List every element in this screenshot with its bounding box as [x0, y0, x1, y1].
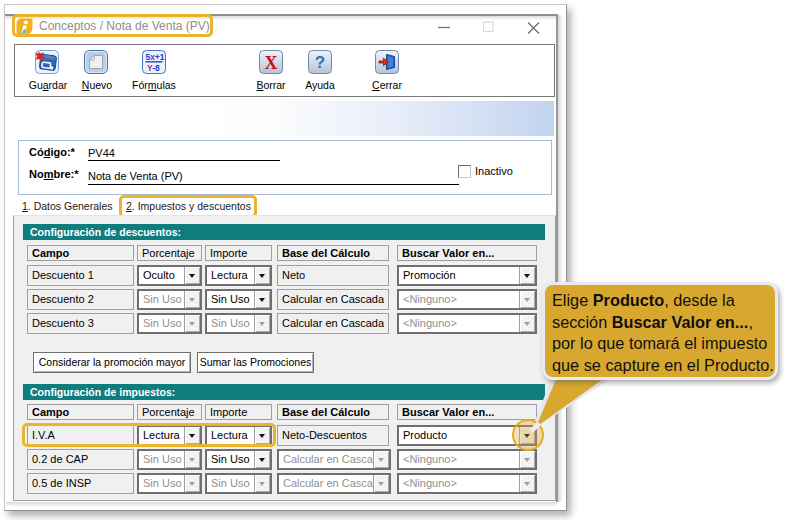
svg-text:5x+1: 5x+1 [145, 52, 164, 62]
svg-text:X: X [265, 53, 278, 73]
svg-text:Y-8: Y-8 [147, 63, 160, 73]
svg-text:?: ? [315, 53, 325, 72]
